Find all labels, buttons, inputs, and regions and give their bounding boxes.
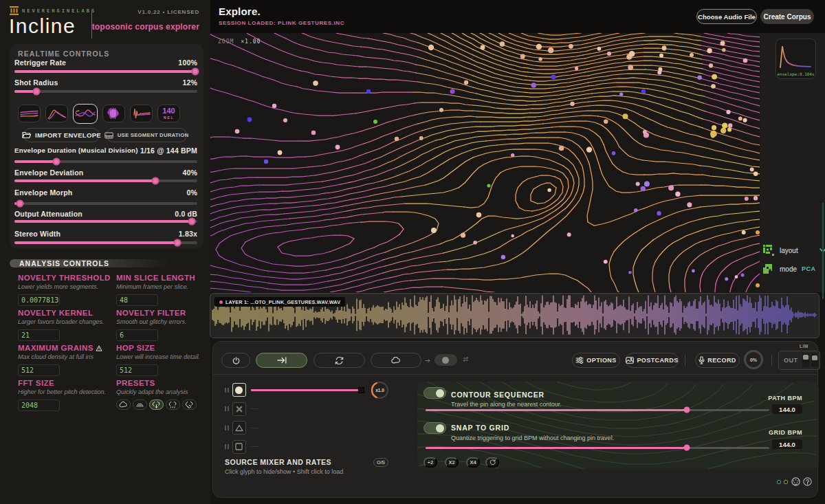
corpus-point[interactable] [641,89,646,94]
slider-track[interactable] [14,241,197,244]
corpus-point[interactable] [604,260,608,264]
envelope-shape-5[interactable] [130,105,153,122]
mode-control[interactable]: mode PCA [762,263,816,275]
record-button[interactable]: RECORD [695,353,740,368]
field-input[interactable]: 0.007781305 [18,294,60,306]
corpus-point[interactable] [754,172,758,177]
glyph-circle[interactable] [232,383,246,397]
field-input[interactable]: 2048 [18,399,60,411]
corpus-point[interactable] [439,108,443,112]
slider-track[interactable] [14,220,197,223]
corpus-point[interactable] [641,186,646,191]
corpus-point[interactable] [450,89,454,94]
play-advance-button[interactable] [256,353,307,368]
corpus-point[interactable] [264,160,268,164]
corpus-point[interactable] [636,182,640,186]
postcards-button[interactable]: POSTCARDS [626,353,679,368]
mini-toggle[interactable] [434,354,457,366]
corpus-point[interactable] [728,123,732,127]
corpus-point[interactable] [476,212,482,218]
bpm-slider[interactable] [426,447,769,449]
corpus-point[interactable] [634,208,637,212]
slider-track[interactable] [14,160,197,163]
mult-÷2[interactable]: ÷2 [424,457,437,468]
corpus-point[interactable] [720,41,725,46]
corpus-point[interactable] [725,277,728,281]
corpus-point[interactable] [711,84,716,89]
corpus-point[interactable] [643,130,647,134]
envelope-shape-1[interactable] [18,105,41,122]
bpm-value-box[interactable]: 144.0 [772,404,802,414]
corpus-point[interactable] [500,41,505,47]
corpus-point[interactable] [743,58,748,63]
view-a-icon[interactable] [777,480,781,484]
field-input[interactable]: 6 [116,329,158,341]
corpus-point[interactable] [657,211,661,215]
preset-rain[interactable] [166,399,180,410]
mult-X4[interactable]: X4 [466,457,480,468]
corpus-point[interactable] [559,146,564,151]
corpus-point[interactable] [461,233,465,238]
help-icon[interactable] [803,477,812,486]
corpus-map[interactable]: ZOOM×1.00 [210,33,760,292]
corpus-point[interactable] [313,80,318,86]
corpus-point[interactable] [567,232,571,237]
preset-wind[interactable] [182,399,197,410]
corpus-point[interactable] [710,131,717,138]
output-fader[interactable] [802,353,809,367]
corpus-point[interactable] [548,47,553,53]
glyph-triangle[interactable] [232,421,246,435]
rate-slider-handle[interactable] [358,387,364,393]
output-module[interactable]: OUT [778,351,820,370]
corpus-point[interactable] [712,74,717,80]
corpus-point[interactable] [707,48,712,53]
corpus-point[interactable] [248,118,252,122]
mix-knob[interactable]: 0% [744,350,763,369]
corpus-point[interactable] [657,70,661,74]
slider-track[interactable] [14,70,197,73]
cloud-button[interactable] [371,353,421,368]
corpus-point[interactable] [745,197,749,201]
corpus-point[interactable] [742,230,746,234]
corpus-point[interactable] [619,92,623,96]
envelope-shape-6[interactable]: 140NEL [157,105,180,122]
corpus-point[interactable] [607,52,611,56]
bpm-value-box[interactable]: 144.0 [772,439,802,449]
limiter-fader[interactable] [811,353,818,367]
slider-knob[interactable] [173,239,181,246]
preset-cloud-download[interactable] [149,399,164,410]
slider-knob[interactable] [16,199,23,207]
corpus-point[interactable] [431,228,437,233]
field-input[interactable]: 512 [18,364,60,376]
corpus-point[interactable] [547,188,551,192]
corpus-point[interactable] [597,47,602,51]
corpus-point[interactable] [336,145,340,150]
field-input[interactable]: 48 [116,294,158,306]
corpus-point[interactable] [395,137,399,141]
slider-knob[interactable] [188,218,196,226]
slider-knob[interactable] [53,158,60,166]
glyph-cross[interactable] [232,402,246,416]
corpus-point[interactable] [690,53,694,57]
import-envelope-button[interactable]: IMPORT ENVELOPE [23,128,100,142]
corpus-point[interactable] [283,118,287,122]
corpus-point[interactable] [692,270,695,273]
slider-knob[interactable] [32,87,40,95]
corpus-point[interactable] [628,271,632,274]
layer-badge[interactable]: LAYER 1: ...OTO_PLINK_GESTURES.WAV.WAV [214,297,345,307]
preset-fog[interactable] [133,399,147,410]
corpus-point[interactable] [481,45,485,50]
corpus-point[interactable] [551,75,556,80]
corpus-point[interactable] [373,120,377,124]
mult-X2[interactable]: X2 [445,457,459,468]
layout-control[interactable]: layout [762,244,825,256]
corpus-point[interactable] [698,76,702,80]
corpus-point[interactable] [569,44,573,49]
corpus-point[interactable] [520,54,525,59]
slider-knob[interactable] [192,68,199,76]
corpus-point[interactable] [536,44,542,50]
corpus-point[interactable] [235,129,240,134]
corpus-point[interactable] [750,168,754,172]
use-segment-duration-button[interactable]: USE SEGMENT DURATION [106,128,187,142]
corpus-point[interactable] [722,48,725,52]
